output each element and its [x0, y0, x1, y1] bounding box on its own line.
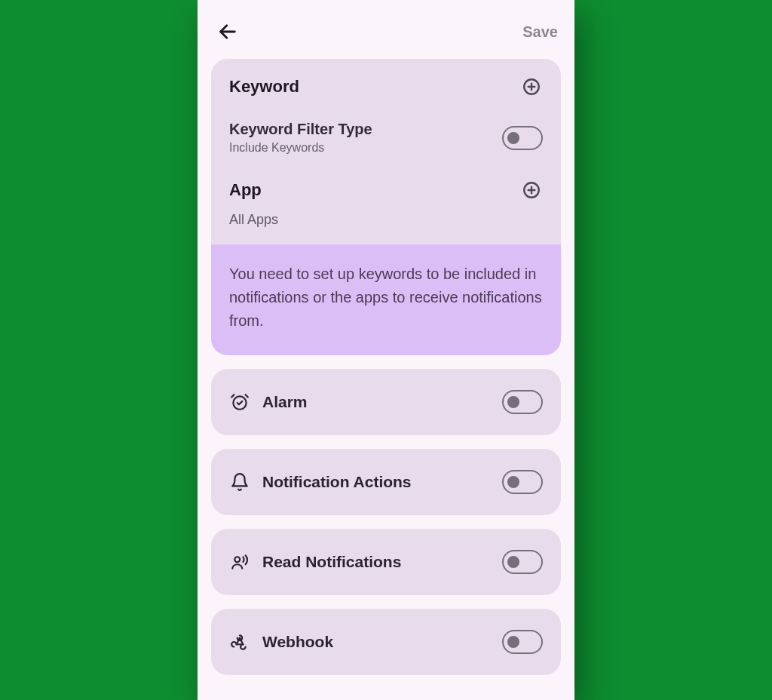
- svg-point-8: [234, 557, 240, 562]
- keyword-filter-title: Keyword Filter Type: [229, 121, 372, 138]
- toggle-knob: [507, 132, 519, 144]
- alarm-row[interactable]: Alarm: [211, 369, 561, 435]
- info-block: You need to set up keywords to be includ…: [211, 244, 561, 355]
- webhook-toggle[interactable]: [502, 630, 543, 654]
- toggle-knob: [507, 556, 519, 568]
- save-button[interactable]: Save: [522, 23, 558, 41]
- read-notifications-label: Read Notifications: [262, 553, 401, 571]
- toggle-knob: [507, 476, 519, 488]
- app-section: App All Apps: [211, 171, 561, 244]
- person-voice-icon: [229, 551, 250, 573]
- toggle-knob: [507, 636, 519, 648]
- add-keyword-button[interactable]: [520, 75, 543, 98]
- read-notifications-row[interactable]: Read Notifications: [211, 529, 561, 595]
- app-selected-value: All Apps: [229, 212, 543, 228]
- top-bar: Save: [198, 0, 574, 59]
- keyword-app-card: Keyword Keyword Filter Type Include Keyw…: [211, 59, 561, 355]
- notification-actions-label: Notification Actions: [262, 473, 412, 491]
- notification-actions-toggle[interactable]: [502, 470, 543, 494]
- back-button[interactable]: [214, 18, 241, 45]
- keyword-filter-toggle[interactable]: [502, 126, 543, 150]
- notification-actions-row[interactable]: Notification Actions: [211, 449, 561, 515]
- alarm-icon: [229, 391, 250, 413]
- alarm-label: Alarm: [262, 393, 308, 411]
- read-notifications-toggle[interactable]: [502, 550, 543, 574]
- plus-circle-icon: [522, 77, 541, 97]
- info-text: You need to set up keywords to be includ…: [229, 262, 543, 333]
- app-title: App: [229, 180, 262, 200]
- add-app-button[interactable]: [520, 179, 543, 201]
- bell-icon: [229, 471, 250, 493]
- keyword-filter-desc: Include Keywords: [229, 141, 372, 155]
- app-screen: Save Keyword Keyword: [198, 0, 574, 700]
- webhook-label: Webhook: [262, 633, 333, 651]
- toggle-knob: [507, 396, 519, 408]
- webhook-icon: [229, 631, 250, 652]
- keyword-title: Keyword: [229, 77, 299, 97]
- keyword-section: Keyword Keyword Filter Type Include Keyw…: [211, 59, 561, 171]
- plus-circle-icon: [522, 180, 541, 200]
- arrow-left-icon: [217, 21, 238, 42]
- webhook-row[interactable]: Webhook: [211, 609, 561, 675]
- alarm-toggle[interactable]: [502, 390, 543, 414]
